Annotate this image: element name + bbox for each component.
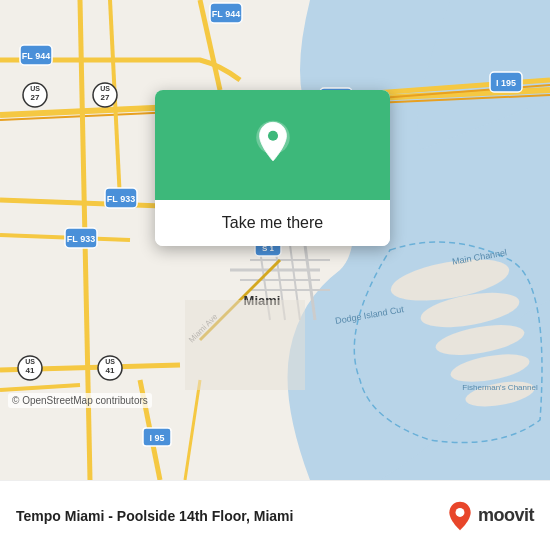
svg-rect-39 — [185, 300, 305, 390]
bottom-bar: Tempo Miami - Poolside 14th Floor, Miami… — [0, 480, 550, 550]
map-container: FL 944 FL 944 US 27 US 27 I 195 I 195 FL… — [0, 0, 550, 480]
svg-text:Fisherman's Channel: Fisherman's Channel — [462, 383, 538, 392]
popup-green-area — [155, 90, 390, 200]
copyright-text: © OpenStreetMap contributors — [8, 393, 152, 408]
svg-text:I 95: I 95 — [149, 433, 164, 443]
svg-text:FL 933: FL 933 — [67, 234, 95, 244]
svg-text:FL 944: FL 944 — [212, 9, 240, 19]
svg-text:US: US — [25, 358, 35, 365]
svg-point-42 — [267, 131, 277, 141]
location-pin-icon — [247, 119, 299, 171]
svg-text:27: 27 — [101, 93, 110, 102]
svg-text:FL 944: FL 944 — [22, 51, 50, 61]
moovit-text: moovit — [478, 505, 534, 526]
svg-text:41: 41 — [106, 366, 115, 375]
svg-point-43 — [456, 508, 465, 517]
svg-text:I 195: I 195 — [496, 78, 516, 88]
svg-text:41: 41 — [26, 366, 35, 375]
svg-text:US: US — [100, 85, 110, 92]
place-info: Tempo Miami - Poolside 14th Floor, Miami — [16, 508, 293, 524]
svg-text:FL 933: FL 933 — [107, 194, 135, 204]
svg-text:US: US — [105, 358, 115, 365]
place-title: Tempo Miami - Poolside 14th Floor, Miami — [16, 508, 293, 524]
svg-text:US: US — [30, 85, 40, 92]
moovit-pin-icon — [446, 500, 474, 532]
moovit-logo: moovit — [446, 500, 534, 532]
take-me-there-button[interactable]: Take me there — [155, 200, 390, 246]
svg-text:27: 27 — [31, 93, 40, 102]
popup-card: Take me there — [155, 90, 390, 246]
